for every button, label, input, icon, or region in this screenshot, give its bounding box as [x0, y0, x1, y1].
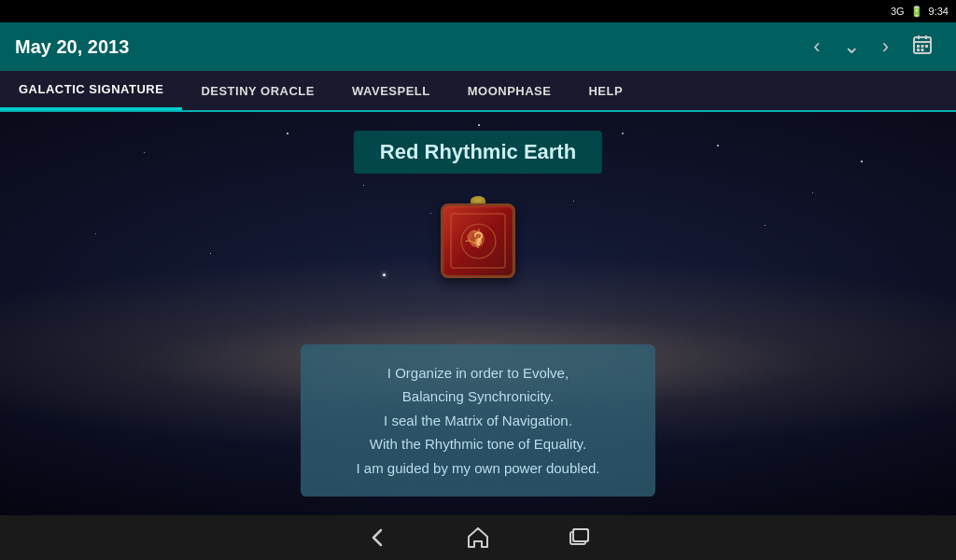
battery-icon: 🔋 — [910, 6, 923, 18]
tab-wavespell[interactable]: WAVESPELL — [333, 71, 449, 110]
home-icon — [465, 525, 491, 551]
next-button[interactable]: › — [875, 31, 896, 63]
desc-line-1: I Organize in order to Evolve, — [387, 365, 569, 381]
svg-rect-14 — [573, 529, 588, 541]
svg-rect-5 — [921, 45, 924, 48]
dropdown-button[interactable]: ⌄ — [836, 31, 867, 63]
main-content: Red Rhythmic Earth — [0, 112, 956, 515]
desc-line-4: With the Rhythmic tone of Equality. — [370, 436, 586, 452]
tab-destiny-oracle[interactable]: DESTINY ORACLE — [182, 71, 333, 110]
tab-moonphase[interactable]: MOONPHASE — [449, 71, 570, 110]
glyph-icon — [441, 203, 515, 278]
clock: 9:34 — [929, 6, 949, 17]
svg-point-11 — [477, 243, 480, 245]
status-bar: 3G 🔋 9:34 — [0, 0, 956, 22]
desc-line-2: Balancing Synchronicity. — [402, 388, 554, 404]
tab-galactic-signature[interactable]: GALACTIC SIGNATURE — [0, 71, 182, 110]
svg-rect-6 — [925, 45, 928, 48]
tab-bar: GALACTIC SIGNATURE DESTINY ORACLE WAVESP… — [0, 71, 956, 112]
recent-apps-icon — [566, 525, 592, 551]
signal-indicator: 3G — [891, 6, 905, 17]
calendar-icon — [911, 34, 934, 56]
back-button[interactable] — [364, 525, 390, 551]
glyph-inner — [450, 213, 506, 269]
svg-rect-7 — [917, 49, 920, 51]
title-box: Red Rhythmic Earth — [354, 131, 602, 174]
home-button[interactable] — [465, 525, 491, 551]
svg-rect-8 — [921, 49, 924, 51]
recent-apps-button[interactable] — [566, 525, 592, 551]
title-text: Red Rhythmic Earth — [380, 140, 576, 163]
date-label: May 20, 2013 — [15, 36, 129, 58]
tab-help[interactable]: HELP — [569, 71, 641, 110]
top-bar: May 20, 2013 ‹ ⌄ › — [0, 22, 956, 71]
glyph-container — [441, 196, 515, 278]
glyph-svg — [453, 216, 504, 267]
desc-line-5: I am guided by my own power doubled. — [357, 460, 600, 476]
description-box: I Organize in order to Evolve, Balancing… — [301, 344, 655, 497]
calendar-button[interactable] — [904, 30, 941, 64]
prev-button[interactable]: ‹ — [806, 31, 827, 63]
svg-rect-4 — [917, 45, 920, 48]
desc-text: I Organize in order to Evolve, Balancing… — [327, 361, 629, 481]
desc-line-3: I seal the Matrix of Navigation. — [384, 413, 572, 428]
back-icon — [364, 525, 390, 551]
bottom-bar — [0, 515, 956, 560]
nav-buttons: ‹ ⌄ › — [806, 30, 941, 64]
svg-marker-12 — [469, 528, 487, 547]
